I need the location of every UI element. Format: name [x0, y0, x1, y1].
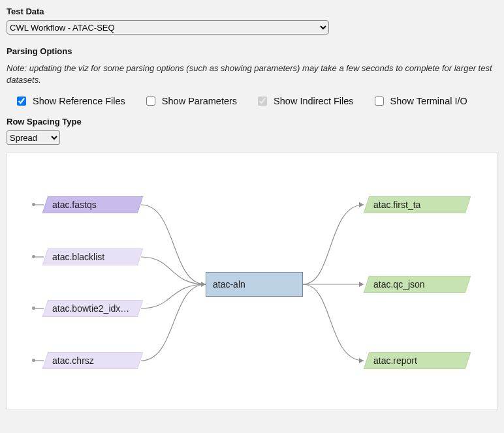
- input-port-icon: [32, 203, 35, 206]
- parsing-options-label: Parsing Options: [0, 35, 504, 60]
- svg-marker-7: [359, 358, 364, 363]
- input-node-atac-blacklist[interactable]: atac.blacklist: [42, 248, 143, 265]
- input-port-icon: [32, 359, 35, 362]
- svg-marker-6: [359, 282, 364, 287]
- show-reference-files-label: Show Reference Files: [33, 96, 125, 106]
- output-node-label: atac.first_ta: [373, 200, 452, 210]
- output-node-atac-report[interactable]: atac.report: [364, 352, 471, 369]
- output-node-label: atac.qc_json: [373, 279, 452, 290]
- output-node-atac-first-ta[interactable]: atac.first_ta: [364, 196, 471, 213]
- show-reference-files-checkbox[interactable]: Show Reference Files: [14, 95, 125, 108]
- show-reference-files-input[interactable]: [17, 97, 26, 106]
- show-parameters-checkbox[interactable]: Show Parameters: [144, 95, 237, 108]
- step-node-atac-aln[interactable]: atac-aln: [206, 272, 303, 297]
- step-node-label: atac-aln: [213, 279, 245, 290]
- show-indirect-files-input[interactable]: [258, 97, 267, 106]
- input-node-atac-chrsz[interactable]: atac.chrsz: [42, 352, 143, 369]
- svg-marker-4: [201, 282, 206, 287]
- input-node-label: atac.chrsz: [52, 355, 131, 366]
- input-node-atac-fastqs[interactable]: atac.fastqs: [42, 196, 143, 213]
- input-node-label: atac.blacklist: [52, 252, 131, 262]
- show-terminal-io-input[interactable]: [375, 97, 384, 106]
- input-node-label: atac.bowtie2_idx…: [52, 303, 131, 314]
- row-spacing-select[interactable]: Spread: [7, 130, 60, 145]
- test-data-select[interactable]: CWL Workflow - ATAC-SEQ: [7, 20, 329, 35]
- show-parameters-label: Show Parameters: [162, 96, 237, 106]
- output-node-label: atac.report: [373, 355, 452, 366]
- input-node-atac-bowtie2-idx[interactable]: atac.bowtie2_idx…: [42, 300, 143, 317]
- workflow-canvas[interactable]: atac.fastqs atac.blacklist atac.bowtie2_…: [7, 153, 497, 410]
- svg-marker-5: [359, 202, 364, 207]
- output-node-atac-qc-json[interactable]: atac.qc_json: [364, 276, 471, 293]
- show-terminal-io-label: Show Terminal I/O: [390, 96, 467, 106]
- test-data-label: Test Data: [0, 0, 504, 20]
- input-node-label: atac.fastqs: [52, 200, 131, 210]
- row-spacing-type-label: Row Spacing Type: [0, 117, 504, 130]
- show-indirect-files-label: Show Indirect Files: [274, 96, 354, 106]
- input-port-icon: [32, 255, 35, 258]
- show-indirect-files-checkbox[interactable]: Show Indirect Files: [255, 95, 354, 108]
- show-terminal-io-checkbox[interactable]: Show Terminal I/O: [372, 95, 467, 108]
- input-port-icon: [32, 306, 35, 310]
- parsing-checkbox-row: Show Reference Files Show Parameters Sho…: [0, 91, 504, 117]
- show-parameters-input[interactable]: [146, 97, 155, 106]
- parsing-note: Note: updating the viz for some parsing …: [0, 60, 504, 91]
